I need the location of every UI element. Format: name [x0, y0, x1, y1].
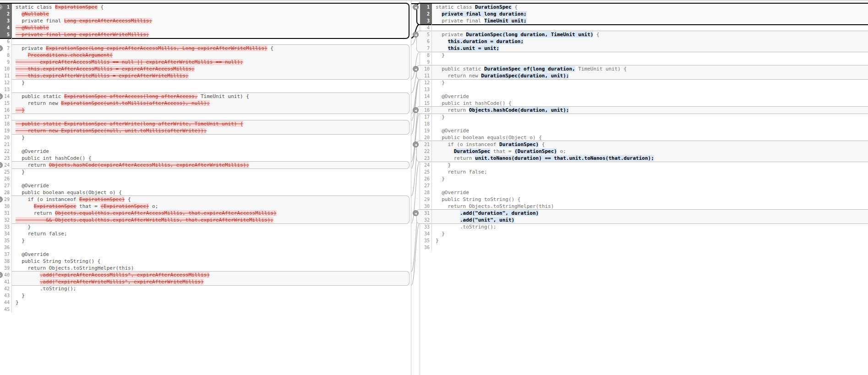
unchanged-code: return: [436, 155, 475, 161]
line-number: 30: [0, 203, 12, 210]
code-line: 15 public int hashCode() {: [420, 100, 868, 107]
line-number: 25: [0, 168, 12, 175]
unchanged-code: }: [436, 238, 439, 244]
code-line: 28 @Override: [420, 189, 868, 196]
line-number: 17: [0, 114, 12, 120]
deleted-code: Preconditions.checkArgument(: [28, 52, 113, 58]
code-line: 9 expireAfterAccessMillis == null || exp…: [0, 59, 411, 65]
code-text: .add("expireAfterAccessMillis", expireAf…: [12, 272, 411, 278]
line-number: 21: [420, 141, 432, 148]
deleted-code: ExpirationSpec: [55, 4, 98, 10]
line-number: 35: [420, 237, 432, 244]
unchanged-code: o;: [149, 203, 158, 209]
line-number: 22: [0, 148, 12, 155]
code-text: private final TimeUnit unit;: [432, 17, 868, 24]
line-number: 10: [0, 65, 12, 72]
code-line: 35}: [420, 237, 868, 244]
merge-left-button[interactable]: ◂: [413, 141, 419, 147]
code-line: 29 public String toString() {: [420, 196, 868, 203]
code-line: 34 return false;: [0, 230, 411, 237]
unchanged-code: static class: [16, 4, 55, 10]
code-line: 42 .toString();: [0, 285, 411, 292]
deleted-code: public static ExpirationSpec afterWrite(…: [16, 121, 243, 127]
line-number: 17: [420, 114, 432, 120]
line-number: 3: [420, 17, 432, 24]
code-text: @Override: [12, 182, 411, 189]
code-line: 18 public static ExpirationSpec afterWri…: [0, 120, 411, 127]
unchanged-code: }: [16, 238, 25, 244]
line-number: 20: [420, 134, 432, 141]
line-number: 28: [420, 189, 432, 196]
code-text: .add("duration", duration): [432, 210, 868, 217]
unchanged-code: o;: [557, 148, 566, 154]
added-code: DurationSpec(duration, unit);: [481, 73, 569, 79]
deleted-code: ExpirationSpec: [34, 203, 76, 209]
code-text: private final long duration;: [432, 11, 868, 17]
code-line: 31 .add("duration", duration): [420, 210, 868, 217]
line-number: 45: [0, 306, 12, 313]
code-line: 32 && Objects.equal(this.expireAfterWrit…: [0, 217, 411, 223]
code-text: }: [432, 237, 868, 244]
unchanged-code: private final: [436, 18, 484, 24]
added-code: DurationSpec): [499, 141, 539, 147]
code-text: }: [12, 237, 411, 244]
merge-left-button[interactable]: ◂: [413, 107, 419, 113]
code-line: 16 return Objects.hashCode(duration, uni…: [420, 107, 868, 114]
code-line: 13: [0, 86, 411, 93]
unchanged-code: public boolean equals(Object o) {: [436, 135, 542, 141]
unchanged-code: [16, 203, 34, 209]
added-code: (DurationSpec): [514, 148, 557, 154]
merge-left-button[interactable]: ◂: [413, 66, 419, 72]
unchanged-code: public static: [16, 93, 64, 99]
code-text: return new ExpirationSpec(null, unit.toM…: [12, 127, 411, 134]
code-line: 21: [0, 141, 411, 148]
unchanged-code: public static: [436, 66, 484, 72]
line-number: 32: [420, 217, 432, 223]
line-number: 4: [0, 24, 12, 31]
line-number: 23: [420, 155, 432, 162]
unchanged-code: .toString();: [16, 286, 76, 292]
code-text: [12, 306, 411, 313]
code-line: 3 private final TimeUnit unit;: [420, 17, 868, 24]
unchanged-code: [16, 52, 28, 58]
merge-left-button[interactable]: ◂: [413, 4, 419, 10]
line-number: 8: [0, 52, 12, 59]
code-line: 14 @Override: [420, 93, 868, 100]
code-text: [432, 59, 868, 65]
deleted-code: this.expireAfterAccessMillis = expireAft…: [16, 66, 195, 72]
code-text: }: [12, 107, 411, 114]
code-text: [12, 141, 411, 148]
code-line: 38 public String toString() {: [0, 258, 411, 265]
code-line: 20 }: [0, 134, 411, 141]
merge-left-button[interactable]: ◂: [413, 210, 419, 216]
code-text: private DurationSpec(long duration, Time…: [432, 31, 868, 38]
unchanged-code: private final: [16, 18, 64, 24]
unchanged-code: return Objects.toStringHelper(this): [436, 203, 554, 209]
deleted-code: Objects.equal(this.expireAfterAccessMill…: [55, 210, 276, 216]
deleted-code: && Objects.equal(this.expireAfterWriteMi…: [16, 217, 273, 223]
unchanged-code: return Objects.toStringHelper(this): [16, 265, 134, 271]
code-line: 24 return Objects.hashCode(expireAfterAc…: [0, 162, 411, 168]
line-number: 15: [0, 100, 12, 107]
unchanged-code: if (o instanceof: [16, 196, 79, 202]
line-number: 22: [420, 148, 432, 155]
line-number: 24: [420, 162, 432, 168]
unchanged-code: }: [16, 224, 31, 230]
line-number: 15: [420, 100, 432, 107]
merge-left-button[interactable]: ◂: [413, 32, 419, 38]
code-text: }: [12, 134, 411, 141]
code-text: DurationSpec that = (DurationSpec) o;: [432, 148, 868, 155]
code-line: 39 return Objects.toStringHelper(this): [0, 265, 411, 272]
unchanged-code: return: [16, 162, 49, 168]
deleted-code: expireAfterAccessMillis == null || expir…: [16, 59, 243, 65]
code-text: && Objects.equal(this.expireAfterWriteMi…: [12, 217, 411, 223]
code-line: 41 .add("expireAfterWriteMillis", expire…: [0, 278, 411, 285]
added-code: DurationSpec of(long duration,: [484, 66, 575, 72]
unchanged-code: @Override: [436, 93, 469, 99]
deleted-code: .add("expireAfterWriteMillis", expireAft…: [40, 279, 204, 285]
unchanged-code: {: [539, 141, 545, 147]
unchanged-code: return false;: [16, 231, 67, 237]
code-text: }: [432, 79, 868, 86]
code-line: 26: [0, 175, 411, 182]
deleted-code: ExpirationSpec(Long expireAfterAccessMil…: [46, 45, 267, 51]
